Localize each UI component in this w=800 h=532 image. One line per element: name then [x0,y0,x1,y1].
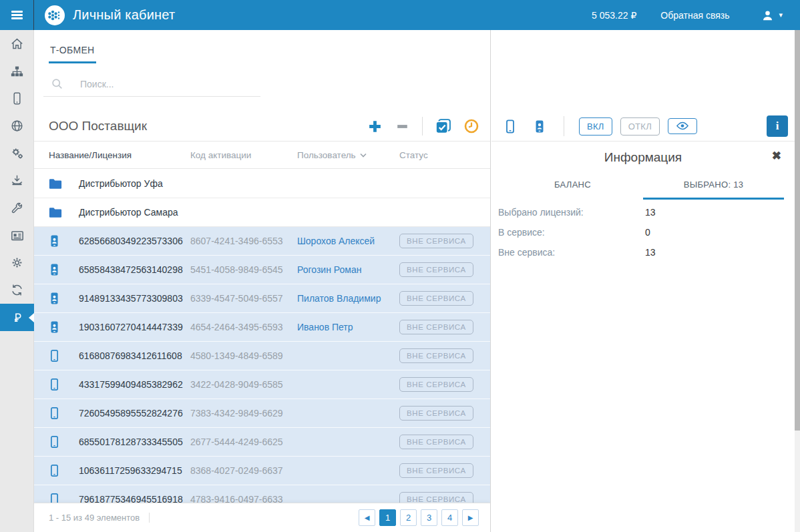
add-button[interactable] [367,119,383,134]
page-next-button[interactable]: ▶ [462,509,479,526]
sidebar-item-structure[interactable] [0,57,34,85]
phone-user-icon [49,234,79,248]
disable-button[interactable]: ОТКЛ [620,117,660,136]
items-summary: 1 - 15 из 49 элементов [49,513,150,523]
menu-toggle-button[interactable] [0,0,34,30]
minus-icon [395,119,410,134]
user-link[interactable]: Пилатов Владимир [297,293,399,304]
page-button[interactable]: 2 [400,509,417,526]
table-row[interactable]: 726054958955528242767383-4342-9849-6629В… [34,399,490,428]
phone-user-icon [49,320,79,334]
sidebar-item-settings[interactable] [0,249,34,276]
gear-icon [11,256,23,269]
sidebar-item-home[interactable] [0,30,34,57]
wrench-icon [11,202,23,214]
user-menu[interactable]: ▾ [761,9,783,21]
user-link[interactable]: Рогозин Роман [297,264,399,275]
table-body: Дистрибьютор УфаДистрибьютор Самара62856… [34,170,490,532]
activation-code: 4654-2464-3495-6593 [190,322,297,332]
info-row: В сервисе:0 [498,222,795,242]
sidebar-item-services[interactable] [0,140,34,167]
close-icon[interactable]: ✖ [772,149,781,163]
sidebar-item-devices[interactable] [0,85,34,112]
balance-amount[interactable]: 5 053.22 ₽ [592,10,636,21]
table-row[interactable]: 658584384725631402985451-4058-9849-6545Р… [34,256,490,284]
table-header: Название/Лицензия Код активации Пользова… [34,142,490,169]
tab-t-obmen[interactable]: Т-ОБМЕН [49,38,96,63]
table-row[interactable]: Дистрибьютор Самара [34,198,490,227]
table-row[interactable]: 106361172596332947158368-4027-0249-6637В… [34,457,490,485]
table-row[interactable]: 190316072704144473394654-2464-3495-6593И… [34,313,490,342]
folder-icon [49,207,79,218]
table-row[interactable]: 685501781287333455052677-5444-4249-6625В… [34,428,490,457]
check-tasks-icon [435,118,451,135]
phone-icon [49,378,79,391]
sidebar-item-news[interactable] [0,222,34,249]
column-header-user[interactable]: Пользователь [297,150,399,160]
actions-toolbar: ВКЛ ОТКЛ i [491,111,795,142]
folder-name: Дистрибьютор Самара [79,207,190,218]
sidebar-item-network[interactable] [0,112,34,140]
page-button[interactable]: 3 [421,509,437,526]
window-scrollbar[interactable] [795,30,800,532]
scrollbar-thumb[interactable] [795,30,800,431]
org-toolbar: ООО Поставщик [34,111,490,142]
home-icon [11,37,23,50]
sidebar-item-downloads[interactable] [0,167,34,194]
pagination: ◀1234▶ [355,509,479,526]
column-header-status[interactable]: Статус [399,150,490,160]
status-badge: ВНЕ СЕРВИСА [399,435,473,449]
table-row[interactable]: 433175994094853829623422-0428-9049-6585В… [34,370,490,399]
user-link[interactable]: Иванов Петр [297,322,399,332]
toolbar-divider [422,117,423,136]
eye-icon [676,121,688,130]
page-title: Личный кабинет [73,7,175,23]
page-prev-button[interactable]: ◀ [359,509,375,526]
info-tab-0[interactable]: БАЛАНС [502,173,643,200]
app-logo-icon [45,5,65,25]
info-tab-1[interactable]: ВЫБРАНО: 13 [643,173,784,200]
license-number: 65858438472563140298 [79,264,190,275]
activation-code: 3422-0428-9049-6585 [190,379,297,390]
top-bar: Личный кабинет 5 053.22 ₽ Обратная связь… [0,0,800,30]
assign-user-button[interactable] [533,119,546,134]
page-button[interactable]: 1 [379,509,396,526]
view-button[interactable] [668,118,697,134]
table-row[interactable]: 616808769834126116084580-1349-4849-6589В… [34,342,490,370]
remove-button[interactable] [395,119,410,134]
status-badge: ВНЕ СЕРВИСА [399,406,473,421]
table-row[interactable]: 628566803492235733068607-4241-3496-6553Ш… [34,227,490,256]
feedback-link[interactable]: Обратная связь [660,10,729,21]
toolbar-divider [564,116,564,136]
licenses-panel: Т-ОБМЕН ООО Поставщик Название/Лицензия … [34,30,491,532]
license-number: 61680876983412611608 [79,350,190,361]
history-button[interactable] [463,118,479,134]
select-all-button[interactable] [435,118,451,135]
table-row[interactable]: 914891334357733098036339-4547-5049-6557П… [34,284,490,313]
activation-code: 2677-5444-4249-6625 [190,437,297,447]
status-badge: ВНЕ СЕРВИСА [399,234,473,248]
license-number: 19031607270414447339 [79,322,190,332]
sidebar-item-sync[interactable] [0,276,34,304]
activation-code: 7383-4342-9849-6629 [190,408,297,419]
table-row[interactable]: Дистрибьютор Уфа [34,170,490,198]
refresh-icon [11,284,23,296]
id-card-icon [11,229,24,242]
search-input[interactable] [80,79,247,89]
info-toggle-button[interactable]: i [767,115,788,137]
info-value: 13 [645,207,795,218]
folder-name: Дистрибьютор Уфа [79,178,190,189]
sidebar-item-tools[interactable] [0,194,34,222]
info-icon: i [776,119,779,133]
activation-code: 8368-4027-0249-6637 [190,465,297,476]
info-title: Информация [604,150,682,165]
assign-device-button[interactable] [504,119,517,134]
column-header-code[interactable]: Код активации [190,150,297,160]
page-button[interactable]: 4 [441,509,458,526]
column-header-name[interactable]: Название/Лицензия [49,150,190,160]
enable-button[interactable]: ВКЛ [579,117,612,136]
grid-footer: 1 - 15 из 49 элементов ◀1234▶ [34,503,490,532]
license-number: 10636117259633294715 [79,465,190,476]
sidebar-item-payments[interactable] [0,304,34,331]
user-link[interactable]: Шорохов Алексей [297,236,399,246]
